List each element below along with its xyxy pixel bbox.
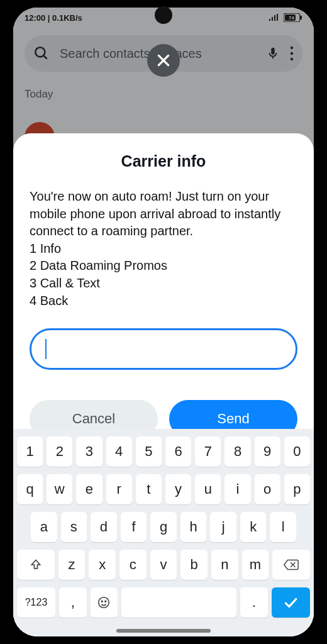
key-a[interactable]: a — [31, 512, 57, 542]
dialog-message: You're now on auto roam! Just turn on yo… — [30, 188, 297, 309]
key-r[interactable]: r — [106, 474, 132, 504]
comma-key[interactable]: , — [59, 587, 87, 618]
key-b[interactable]: b — [180, 550, 208, 580]
key-w[interactable]: w — [47, 474, 72, 504]
svg-point-14 — [102, 601, 103, 602]
key-n[interactable]: n — [211, 550, 238, 580]
enter-key[interactable] — [272, 587, 310, 618]
kb-row-1: qwertyuiop — [17, 474, 310, 504]
backspace-key[interactable] — [272, 550, 310, 580]
key-f[interactable]: f — [121, 512, 147, 542]
key-s[interactable]: s — [61, 512, 87, 542]
shift-key[interactable] — [17, 550, 55, 580]
dialog-title: Carrier info — [30, 152, 297, 170]
key-4[interactable]: 4 — [106, 436, 132, 467]
key-t[interactable]: t — [136, 474, 162, 504]
kb-bottom-row: ?123 , . — [17, 587, 310, 618]
key-p[interactable]: p — [284, 474, 310, 504]
key-h[interactable]: h — [180, 512, 207, 542]
nav-gesture-bar — [116, 629, 211, 633]
key-g[interactable]: g — [150, 512, 177, 542]
key-k[interactable]: k — [240, 512, 267, 542]
close-icon — [155, 52, 172, 69]
key-l[interactable]: l — [270, 512, 296, 542]
check-icon — [282, 594, 299, 611]
key-9[interactable]: 9 — [255, 436, 280, 467]
key-v[interactable]: v — [150, 550, 177, 580]
key-d[interactable]: d — [91, 512, 117, 542]
key-1[interactable]: 1 — [17, 436, 43, 467]
key-i[interactable]: i — [224, 474, 250, 504]
keyboard: 1234567890 qwertyuiop asdfghjkl zxcvbnm … — [13, 429, 314, 636]
svg-point-13 — [99, 597, 109, 608]
key-7[interactable]: 7 — [195, 436, 221, 467]
key-0[interactable]: 0 — [284, 436, 310, 467]
key-5[interactable]: 5 — [136, 436, 162, 467]
key-c[interactable]: c — [119, 550, 147, 580]
text-caret — [45, 339, 47, 359]
period-key[interactable]: . — [240, 587, 268, 618]
key-2[interactable]: 2 — [47, 436, 72, 467]
kb-row-3: zxcvbnm — [17, 550, 310, 580]
ussd-input[interactable] — [30, 328, 297, 370]
shift-icon — [30, 558, 42, 571]
camera-notch — [155, 6, 172, 24]
key-q[interactable]: q — [17, 474, 43, 504]
emoji-key[interactable] — [91, 587, 118, 618]
space-key[interactable] — [121, 587, 236, 618]
key-j[interactable]: j — [210, 512, 236, 542]
key-6[interactable]: 6 — [165, 436, 191, 467]
kb-row-2: asdfghjkl — [17, 512, 310, 542]
key-y[interactable]: y — [165, 474, 191, 504]
key-e[interactable]: e — [76, 474, 102, 504]
emoji-icon — [97, 596, 111, 609]
key-8[interactable]: 8 — [224, 436, 250, 467]
key-m[interactable]: m — [242, 550, 269, 580]
symbols-key[interactable]: ?123 — [17, 587, 55, 618]
key-u[interactable]: u — [195, 474, 221, 504]
key-z[interactable]: z — [58, 550, 86, 580]
key-3[interactable]: 3 — [76, 436, 102, 467]
key-o[interactable]: o — [255, 474, 280, 504]
close-button[interactable] — [147, 44, 180, 77]
key-x[interactable]: x — [89, 550, 116, 580]
backspace-icon — [283, 558, 299, 571]
svg-point-15 — [105, 601, 106, 602]
kb-number-row: 1234567890 — [17, 436, 310, 467]
